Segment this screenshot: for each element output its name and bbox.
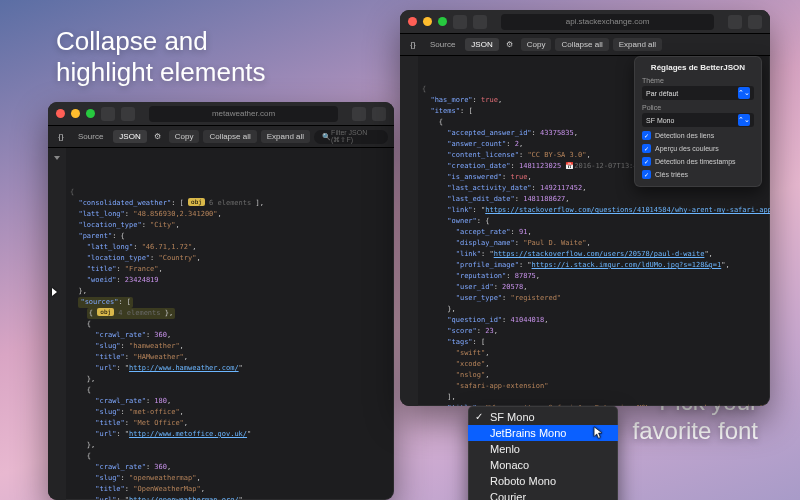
close-dot[interactable]	[56, 109, 65, 118]
link[interactable]: https://i.stack.imgur.com/ldUMo.jpg?s=12…	[532, 261, 722, 269]
app-icon: {}	[406, 38, 420, 52]
collapse-all-button[interactable]: Collapse all	[555, 38, 608, 51]
key: "url"	[95, 364, 116, 372]
key: "latt_long"	[87, 243, 133, 251]
filter-input[interactable]: 🔍 Filter JSON (⌘⇧F)	[314, 130, 388, 144]
back-icon[interactable]	[121, 107, 135, 121]
key: "is_answered"	[447, 173, 502, 181]
share-icon[interactable]	[728, 15, 742, 29]
value: 1481123025	[519, 162, 561, 170]
font-option-selected[interactable]: JetBrains Mono	[468, 425, 618, 441]
check-timestamps[interactable]: ✓Détection des timestamps	[642, 157, 754, 166]
zoom-dot[interactable]	[438, 17, 447, 26]
font-option[interactable]: Courier	[468, 489, 618, 500]
tab-source[interactable]: Source	[72, 130, 109, 143]
key: "owner"	[447, 217, 477, 225]
tab-json[interactable]: JSON	[113, 130, 146, 143]
key: "title"	[95, 485, 125, 493]
json-viewer[interactable]: { "consolidated_weather": [ obj 6 elemen…	[48, 148, 394, 500]
key: "consolidated_weather"	[78, 199, 171, 207]
link[interactable]: http://openweathermap.org/	[129, 496, 239, 500]
right-browser-window: api.stackexchange.com {} Source JSON ⚙ C…	[400, 10, 770, 406]
sidebar-icon[interactable]	[453, 15, 467, 29]
value: 20578	[502, 283, 523, 291]
check-links[interactable]: ✓Détection des liens	[642, 131, 754, 140]
cursor-icon	[593, 426, 604, 440]
popover-title: Réglages de BetterJSON	[642, 63, 754, 72]
fold-icon[interactable]	[54, 156, 60, 160]
font-option[interactable]: ✓SF Mono	[468, 409, 618, 425]
value: 360	[154, 463, 167, 471]
key: "user_id"	[456, 283, 494, 291]
key: "location_type"	[78, 221, 141, 229]
json-toolbar: {} Source JSON ⚙ Copy Collapse all Expan…	[400, 34, 770, 56]
key: "last_activity_date"	[447, 184, 531, 192]
copy-button[interactable]: Copy	[521, 38, 552, 51]
link[interactable]: http://www.metoffice.gov.uk/	[129, 430, 247, 438]
key: "profile_image"	[456, 261, 519, 269]
key: "location_type"	[87, 254, 150, 262]
link[interactable]: http://www.hamweather.com/	[129, 364, 239, 372]
close-dot[interactable]	[408, 17, 417, 26]
key: "content_license"	[447, 151, 519, 159]
gear-icon[interactable]: ⚙	[151, 130, 165, 144]
check-colors[interactable]: ✓Aperçu des couleurs	[642, 144, 754, 153]
key: "url"	[95, 496, 116, 500]
tabs-icon[interactable]	[372, 107, 386, 121]
key: "accepted_answer_id"	[447, 129, 531, 137]
value: 360	[154, 331, 167, 339]
address-bar[interactable]: metaweather.com	[149, 106, 338, 122]
font-name: JetBrains Mono	[490, 427, 566, 439]
tab-source[interactable]: Source	[424, 38, 461, 51]
zoom-dot[interactable]	[86, 109, 95, 118]
gutter	[48, 148, 66, 500]
expand-all-button[interactable]: Expand all	[613, 38, 662, 51]
back-icon[interactable]	[473, 15, 487, 29]
tabs-icon[interactable]	[748, 15, 762, 29]
font-option[interactable]: Monaco	[468, 457, 618, 473]
address-bar[interactable]: api.stackexchange.com	[501, 14, 714, 30]
key: "reputation"	[456, 272, 507, 280]
minimize-dot[interactable]	[71, 109, 80, 118]
value: 87875	[515, 272, 536, 280]
check-sortkeys[interactable]: ✓Clés triées	[642, 170, 754, 179]
titlebar: metaweather.com	[48, 102, 394, 126]
font-select[interactable]: SF Mono ⌃⌄	[642, 113, 754, 127]
value: "City"	[150, 221, 175, 229]
link[interactable]: https://stackoverflow.com/users/20578/pa…	[494, 250, 705, 258]
collapse-all-button[interactable]: Collapse all	[203, 130, 256, 143]
font-dropdown-menu: ✓SF Mono JetBrains Mono Menlo Monaco Rob…	[468, 406, 618, 500]
font-option[interactable]: Roboto Mono	[468, 473, 618, 489]
filter-placeholder: Filter JSON (⌘⇧F)	[331, 129, 380, 144]
minimize-dot[interactable]	[423, 17, 432, 26]
value: "Paul D. Waite"	[523, 239, 586, 247]
key: "title"	[95, 353, 125, 361]
value: 91	[519, 228, 527, 236]
value: 23	[485, 327, 493, 335]
share-icon[interactable]	[352, 107, 366, 121]
key: "score"	[447, 327, 477, 335]
key: "display_name"	[456, 239, 515, 247]
left-browser-window: metaweather.com {} Source JSON ⚙ Copy Co…	[48, 102, 394, 500]
gear-icon[interactable]: ⚙	[503, 38, 517, 52]
value: true	[481, 96, 498, 104]
key: "crawl_rate"	[95, 331, 146, 339]
font-option[interactable]: Menlo	[468, 441, 618, 457]
copy-button[interactable]: Copy	[169, 130, 200, 143]
check-label: Aperçu des couleurs	[655, 145, 719, 152]
json-toolbar: {} Source JSON ⚙ Copy Collapse all Expan…	[48, 126, 394, 148]
tab-json[interactable]: JSON	[465, 38, 498, 51]
key: "user_type"	[456, 294, 502, 302]
key: "question_id"	[447, 316, 502, 324]
font-value: SF Mono	[646, 117, 674, 124]
checkbox-icon: ✓	[642, 157, 651, 166]
theme-select[interactable]: Par défaut ⌃⌄	[642, 86, 754, 100]
link[interactable]: https://stackoverflow.com/questions/4101…	[485, 206, 770, 214]
sidebar-icon[interactable]	[101, 107, 115, 121]
expand-all-button[interactable]: Expand all	[261, 130, 310, 143]
checkbox-icon: ✓	[642, 170, 651, 179]
theme-value: Par défaut	[646, 90, 678, 97]
key: "link"	[456, 250, 481, 258]
chevron-updown-icon: ⌃⌄	[738, 114, 750, 126]
key: "link"	[447, 206, 472, 214]
